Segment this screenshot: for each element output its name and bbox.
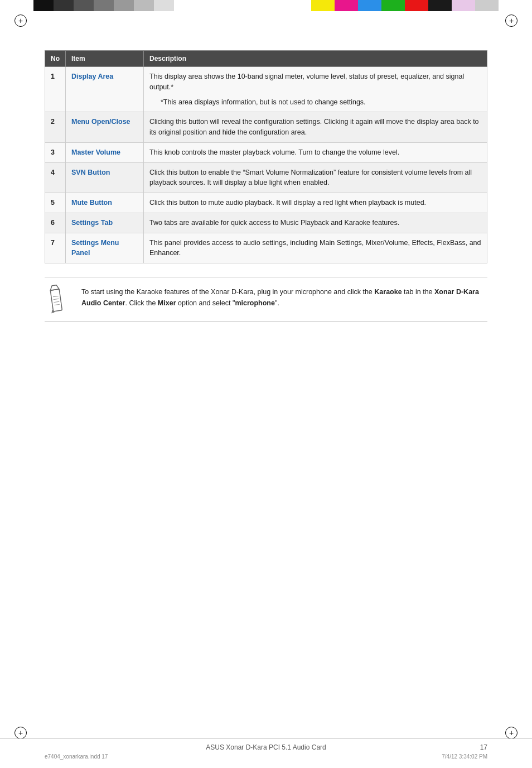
table-cell-no: 2 [45,112,66,143]
color-block-4 [94,0,114,11]
table-cell-item: Display Area [66,67,144,112]
color-block-r3 [358,0,381,11]
right-color-blocks [311,0,499,11]
table-cell-item: Master Volume [66,142,144,162]
svg-line-4 [54,301,59,302]
table-cell-item: Settings Tab [66,213,144,233]
table-cell-no: 6 [45,213,66,233]
svg-line-3 [54,299,59,299]
table-cell-description: Clicking this button will reveal the con… [144,112,487,143]
table-cell-item: Mute Button [66,193,144,213]
color-block-2 [54,0,74,11]
svg-line-5 [54,304,60,305]
main-content: No Item Description 1Display AreaThis di… [45,50,487,321]
svg-rect-0 [50,289,62,311]
table-cell-no: 7 [45,233,66,263]
table-cell-description: This display area shows the 10-band sign… [144,67,487,112]
color-block-3 [74,0,94,11]
bottom-date-info: 7/4/12 3:34:02 PM [442,752,487,760]
svg-marker-1 [50,285,59,290]
bottom-file-info: e7404_xonarkara.indd 17 [45,752,108,760]
file-date: 7/4/12 3:34:02 PM [442,753,487,760]
footer-divider [0,738,532,743]
svg-line-2 [53,296,59,296]
left-color-blocks [33,0,174,11]
color-block-r1 [311,0,335,11]
table-cell-no: 3 [45,142,66,162]
top-decorative-bar [0,0,532,11]
color-block-r8 [475,0,499,11]
color-block-7 [154,0,174,11]
footer-page-number: 17 [480,743,487,751]
table-row: 6Settings TabTwo tabs are available for … [45,213,487,233]
table-cell-note: *This area displays information, but is … [161,97,481,108]
table-cell-description: This panel provides access to audio sett… [144,233,487,263]
color-block-6 [134,0,154,11]
registration-mark-tl [14,15,27,27]
table-cell-no: 4 [45,162,66,193]
color-block-r7 [452,0,475,11]
table-cell-no: 5 [45,193,66,213]
table-row: 4SVN ButtonClick this button to enable t… [45,162,487,193]
color-block-r2 [335,0,358,11]
footer-title: ASUS Xonar D-Kara PCI 5.1 Audio Card [0,743,532,751]
color-block-r5 [405,0,428,11]
table-cell-no: 1 [45,67,66,112]
note-text: To start using the Karaoke features of t… [81,284,487,309]
table-cell-item: Menu Open/Close [66,112,144,143]
color-block-r4 [381,0,405,11]
file-name: e7404_xonarkara.indd 17 [45,753,108,760]
table-row: 7Settings Menu PanelThis panel provides … [45,233,487,263]
table-row: 2Menu Open/CloseClicking this button wil… [45,112,487,143]
table-cell-description: Click this button to mute audio playback… [144,193,487,213]
table-row: 1Display AreaThis display area shows the… [45,67,487,112]
color-block-r6 [428,0,452,11]
color-block-5 [114,0,134,11]
table-cell-description: This knob controls the master playback v… [144,142,487,162]
registration-mark-bl [14,727,27,739]
table-cell-item: Settings Menu Panel [66,233,144,263]
header-item: Item [66,51,144,67]
table-cell-description: Click this button to enable the “Smart V… [144,162,487,193]
page-number: 17 [480,743,487,751]
footer-title-text: ASUS Xonar D-Kara PCI 5.1 Audio Card [206,743,326,751]
table-row: 5Mute ButtonClick this button to mute au… [45,193,487,213]
table-cell-description: Two tabs are available for quick access … [144,213,487,233]
registration-mark-br [505,727,518,739]
pencil-icon [47,284,70,314]
features-table: No Item Description 1Display AreaThis di… [45,50,487,263]
table-row: 3Master VolumeThis knob controls the mas… [45,142,487,162]
table-cell-item: SVN Button [66,162,144,193]
header-no: No [45,51,66,67]
registration-mark-tr [505,15,518,27]
note-box: To start using the Karaoke features of t… [45,277,487,321]
header-description: Description [144,51,487,67]
color-block-1 [33,0,54,11]
note-icon [45,284,72,314]
